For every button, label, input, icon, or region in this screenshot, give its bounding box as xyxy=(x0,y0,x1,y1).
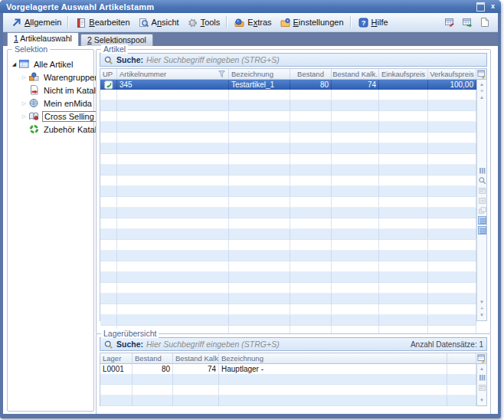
scroll-plus-icon[interactable]: + xyxy=(480,88,484,94)
zoom-icon[interactable] xyxy=(478,176,486,185)
column-header-verkaufspreis[interactable]: Verkaufspreis xyxy=(428,69,476,80)
cell-bezeichnung: Testartikel_1 xyxy=(229,80,290,90)
table-export-icon[interactable] xyxy=(460,16,473,29)
disabled-forward-icon xyxy=(478,196,486,205)
new-document-icon[interactable] xyxy=(478,16,491,29)
grid-empty-row xyxy=(100,218,476,229)
column-resize-icon[interactable] xyxy=(478,166,486,175)
expander-expanded-icon[interactable]: ◢ xyxy=(10,61,18,67)
menu-bar: Allgemein Bearbeiten Ansicht Tools Extra… xyxy=(3,13,498,32)
help-icon xyxy=(358,17,369,28)
column-header-bestand[interactable]: Bestand xyxy=(133,353,173,364)
close-window-icon[interactable]: x xyxy=(491,3,495,10)
column-header-bezeichnung[interactable]: Bezeichnung xyxy=(219,353,447,364)
column-chooser-icon[interactable] xyxy=(476,69,486,80)
scroll-up-icon[interactable]: ▲ xyxy=(479,94,484,101)
table-list-icon xyxy=(18,58,30,70)
tree-item-alle-artikel[interactable]: ◢ Alle Artikel xyxy=(10,57,92,71)
menu-item-einstellungen[interactable]: Einstellungen xyxy=(276,15,348,30)
lager-grid-rows: L0001 80 74 Hauptlager - xyxy=(100,364,476,406)
grid-empty-row xyxy=(100,165,476,176)
arrow-up-right-icon xyxy=(11,17,22,28)
scroll-bottom-icon[interactable]: ▼ xyxy=(479,312,484,319)
tree-item-warengruppen[interactable]: ▷ Warengruppen xyxy=(10,71,92,84)
cell-lager: L0001 xyxy=(100,364,133,374)
grid-empty-row xyxy=(100,261,476,272)
menu-item-tools[interactable]: Tools xyxy=(183,15,224,30)
app-window: Vorgelagerte Auswahl Artikelstamm x Allg… xyxy=(0,0,501,418)
grid-empty-row xyxy=(100,90,476,100)
lager-groupbox: Lagerübersicht Suche: Anzahl Datensätze:… xyxy=(96,333,491,414)
menu-item-hilfe[interactable]: Hilfe xyxy=(354,15,392,30)
lager-grid: Lager Bestand Bestand Kalk. Bezeichnung … xyxy=(100,353,487,406)
menu-item-allgemein[interactable]: Allgemein xyxy=(7,15,65,30)
tab-strip: 1 Artikelauswahl 2 Selektionspool xyxy=(3,32,498,46)
grid-empty-row xyxy=(100,315,476,326)
row-view-alt-icon[interactable] xyxy=(478,226,486,235)
lager-group-label: Lagerübersicht xyxy=(101,329,159,338)
menu-item-extras[interactable]: Extras xyxy=(230,15,275,30)
column-header-bestand[interactable]: Bestand xyxy=(290,69,332,80)
disabled-list-icon xyxy=(478,383,486,392)
grid-empty-row xyxy=(100,251,476,261)
cell-einkaufspreis xyxy=(379,80,428,90)
column-header-bestand-kalk[interactable]: Bestand Kalk. xyxy=(173,353,219,364)
grid-empty-row xyxy=(100,100,476,111)
column-header-einkaufspreis[interactable]: Einkaufspreis xyxy=(379,69,428,80)
grid-empty-row xyxy=(100,176,476,186)
packages-icon xyxy=(28,71,40,83)
selected-article-row[interactable]: 345 Testartikel_1 80 74 100,00 xyxy=(100,80,476,90)
row-view-icon[interactable] xyxy=(478,216,486,225)
grid-empty-row xyxy=(100,154,476,165)
cell-empty xyxy=(447,364,476,374)
grid-side-toolbar: ▲ ▼ xyxy=(476,364,486,405)
tree-item-zubehoer-katalog[interactable]: Zubehör Katalog xyxy=(10,123,92,136)
cell-bezeichnung: Hauptlager - xyxy=(219,364,447,374)
lager-search-input[interactable] xyxy=(146,340,407,349)
expander-collapsed-icon[interactable]: ▷ xyxy=(20,100,28,107)
grid-empty-row xyxy=(100,208,476,218)
column-header-up[interactable]: UP xyxy=(100,69,117,80)
grid-empty-row xyxy=(100,272,476,283)
column-header-bestand-kalk[interactable]: Bestand Kalk. xyxy=(332,69,379,80)
grid-empty-row xyxy=(100,374,476,385)
grid-empty-row xyxy=(100,122,476,133)
expander-collapsed-icon[interactable]: ▷ xyxy=(20,74,28,80)
artikel-group-label: Artikel xyxy=(101,44,128,54)
grid-empty-row xyxy=(100,385,476,395)
open-book-icon xyxy=(28,110,40,122)
restore-window-icon[interactable] xyxy=(476,2,485,11)
cell-bestand: 80 xyxy=(133,364,173,374)
selektion-group-label: Selektion xyxy=(12,44,50,54)
column-header-lager[interactable]: Lager xyxy=(100,353,133,364)
selection-tree: ◢ Alle Artikel ▷ Warengruppen Nicht im K… xyxy=(8,50,93,136)
column-header-artikelnummer[interactable]: Artikelnummer xyxy=(117,69,229,80)
grid-empty-row xyxy=(100,395,476,406)
lager-grid-header: Lager Bestand Bestand Kalk. Bezeichnung xyxy=(100,353,486,364)
tree-item-mein-enmida[interactable]: ▷ Mein enMida xyxy=(10,97,92,110)
menu-item-bearbeiten[interactable]: Bearbeiten xyxy=(71,15,133,30)
scroll-down-icon[interactable]: ▼ xyxy=(479,397,484,404)
filter-funnel-icon[interactable] xyxy=(218,70,226,78)
menu-item-ansicht[interactable]: Ansicht xyxy=(134,15,183,30)
grid-empty-row xyxy=(100,283,476,294)
column-chooser-icon[interactable] xyxy=(476,353,486,364)
column-resize-icon[interactable] xyxy=(478,373,486,382)
window-title: Vorgelagerte Auswahl Artikelstamm xyxy=(6,2,154,11)
table-import-icon[interactable] xyxy=(443,16,456,29)
scroll-plus-icon[interactable]: + xyxy=(480,306,484,312)
grid-empty-row xyxy=(100,197,476,208)
title-bar[interactable]: Vorgelagerte Auswahl Artikelstamm x xyxy=(0,0,501,13)
column-header-bezeichnung[interactable]: Bezeichnung xyxy=(229,69,290,80)
globe-icon xyxy=(28,97,40,109)
record-count: Anzahl Datensätze: 1 xyxy=(411,340,483,349)
scroll-up-icon[interactable]: ▲ xyxy=(479,366,484,372)
expander-collapsed-icon[interactable]: ▷ xyxy=(20,113,28,120)
disabled-list-icon xyxy=(478,186,486,195)
artikel-search-input[interactable] xyxy=(146,55,483,64)
tree-item-nicht-im-katalog[interactable]: Nicht im Katalog xyxy=(10,84,92,97)
cell-bestand-kalk: 74 xyxy=(332,80,379,90)
tree-item-cross-selling-katalog[interactable]: ▷ Cross Selling Katalog xyxy=(10,110,92,123)
lager-search-bar: Suche: Anzahl Datensätze: 1 xyxy=(100,337,487,351)
warehouse-row[interactable]: L0001 80 74 Hauptlager - xyxy=(100,364,476,374)
